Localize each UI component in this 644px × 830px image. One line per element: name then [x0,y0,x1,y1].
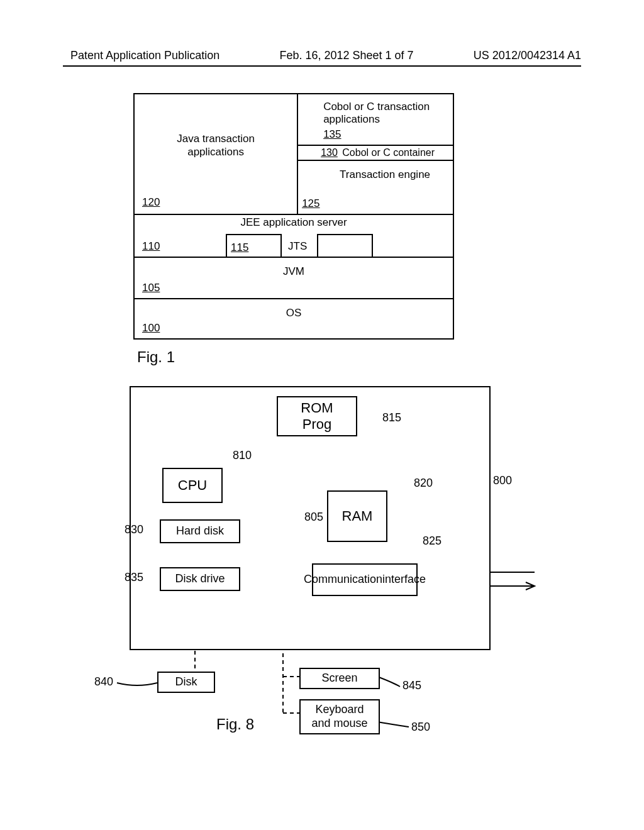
hd-label: Hard disk [176,524,224,538]
java-title-l2: applications [187,146,244,158]
comm-l2: interface [382,573,426,587]
ref-820: 820 [414,477,433,490]
block-jee-empty [317,234,373,258]
java-title-l1: Java transaction [177,133,255,145]
header-center: Feb. 16, 2012 Sheet 1 of 7 [279,49,413,62]
ref-120: 120 [142,196,160,209]
ref-805: 805 [304,511,323,524]
ref-130: 130 [321,147,338,158]
jts-label: JTS [288,240,307,253]
fig1-right-col: Cobol or C transaction applications 135 … [298,94,453,214]
block-cobol-container: 130 Cobol or C container [298,146,453,161]
header-right: US 2012/0042314 A1 [474,49,581,62]
kb-l2: and mouse [311,717,367,729]
block-disk-drive: Disk drive [160,567,240,591]
engine-label: Transaction engine [298,169,453,181]
page-header: Patent Application Publication Feb. 16, … [0,49,644,62]
block-comm-interface: Communication interface [312,563,418,596]
block-ram: RAM [327,490,387,542]
ref-835: 835 [125,571,143,584]
ref-110: 110 [142,240,160,253]
ref-840: 840 [94,675,113,689]
block-jee-server: JEE application server 110 115 JTS [135,214,453,257]
ref-825: 825 [423,534,441,548]
fig1-top-row: Java transaction applications 120 Cobol … [135,94,453,214]
ref-100: 100 [142,322,160,335]
cpu-label: CPU [178,477,207,494]
ref-850: 850 [411,721,430,734]
figure-8: ROM Prog CPU RAM Hard disk Disk drive Co… [94,386,547,738]
block-cpu: CPU [162,468,223,503]
cobol-app-l2: applications [323,113,380,125]
figure-1: Java transaction applications 120 Cobol … [133,93,454,340]
ref-125: 125 [302,197,319,210]
cobol-container-label: Cobol or C container [342,147,435,158]
block-keyboard-mouse: Keyboard and mouse [299,699,380,734]
ref-105: 105 [142,282,160,294]
rom-l2: Prog [303,416,331,432]
block-java-transaction: Java transaction applications 120 [135,94,298,214]
fig1-caption: Fig. 1 [137,348,175,366]
screen-label: Screen [321,672,357,685]
block-hard-disk: Hard disk [160,519,240,543]
header-rule [63,65,581,67]
block-transaction-engine: Transaction engine 125 [298,161,453,214]
ref-800: 800 [493,474,512,487]
os-label: OS [135,307,453,319]
block-screen: Screen [299,668,380,689]
block-jvm: JVM 105 [135,257,453,298]
block-os: OS 100 [135,298,453,338]
comm-l1: Communication [304,573,382,587]
block-jts: 115 [226,234,282,258]
dd-label: Disk drive [175,572,225,586]
rom-l1: ROM [301,400,333,416]
block-cobol-app: Cobol or C transaction applications 135 [298,94,453,146]
ref-135: 135 [323,128,448,141]
block-disk: Disk [157,672,215,693]
kb-l1: Keyboard [315,703,364,716]
fig1-outer-box: Java transaction applications 120 Cobol … [133,93,454,340]
java-title: Java transaction applications [135,132,297,159]
ref-810: 810 [233,449,252,462]
block-rom: ROM Prog [277,396,357,436]
cobol-app-l1: Cobol or C transaction [323,101,430,113]
ref-830: 830 [125,523,143,536]
ref-115: 115 [231,241,248,254]
jvm-label: JVM [135,265,453,278]
ref-845: 845 [402,679,421,692]
ram-label: RAM [342,508,373,524]
ref-815: 815 [382,411,401,424]
disk-label: Disk [175,675,197,689]
header-left: Patent Application Publication [70,49,219,62]
fig8-caption: Fig. 8 [216,716,254,733]
jee-label: JEE application server [135,216,453,229]
